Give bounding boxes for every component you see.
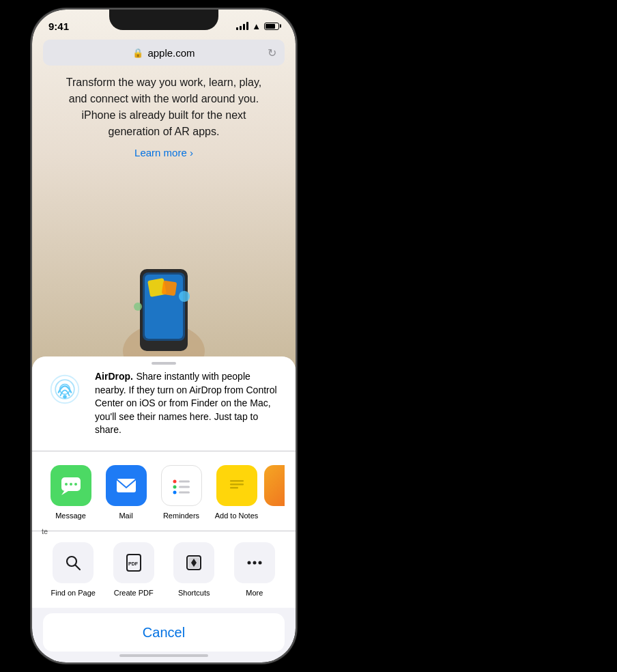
svg-rect-27 xyxy=(230,487,238,489)
actions-row: Find on Page PDF Create PDF xyxy=(32,531,296,608)
airdrop-title: AirDrop. xyxy=(95,371,133,382)
status-time: 9:41 xyxy=(48,20,69,32)
svg-point-14 xyxy=(65,483,68,486)
message-icon xyxy=(51,465,91,506)
airdrop-section: AirDrop. Share instantly with people nea… xyxy=(32,356,296,451)
svg-point-16 xyxy=(74,483,77,486)
web-headline: Transform the way you work, learn, play,… xyxy=(59,74,268,140)
svg-point-36 xyxy=(253,561,256,565)
more-icon xyxy=(234,542,275,583)
airdrop-icon xyxy=(46,370,84,408)
cancel-button[interactable]: Cancel xyxy=(43,613,285,652)
ar-illustration xyxy=(89,228,239,378)
wifi-icon: ▲ xyxy=(252,21,261,31)
action-create-pdf[interactable]: PDF Create PDF xyxy=(104,542,164,597)
svg-rect-5 xyxy=(162,281,177,296)
svg-point-19 xyxy=(173,486,176,489)
more-label: More xyxy=(246,589,263,597)
partial-app-icon xyxy=(264,465,285,506)
reminders-icon xyxy=(161,465,202,506)
action-shortcuts[interactable]: Shortcuts xyxy=(164,542,225,597)
phone-frame: 9:41 ▲ 🔒 apple.com xyxy=(31,8,297,664)
notes-label: Add to Notes xyxy=(215,512,259,520)
notch xyxy=(109,10,218,30)
shortcuts-icon xyxy=(173,542,214,583)
svg-rect-17 xyxy=(117,479,136,492)
app-message[interactable]: Message xyxy=(43,465,98,520)
mail-icon xyxy=(106,465,147,506)
phone-wrapper: 9:41 ▲ 🔒 apple.com xyxy=(0,0,328,672)
battery-icon xyxy=(264,23,279,30)
svg-point-20 xyxy=(173,491,176,494)
svg-rect-26 xyxy=(230,484,244,486)
svg-text:PDF: PDF xyxy=(128,561,139,566)
home-indicator xyxy=(119,654,208,657)
svg-point-15 xyxy=(70,483,72,486)
app-notes[interactable]: Add to Notes xyxy=(209,465,264,520)
svg-marker-13 xyxy=(61,491,68,495)
svg-point-6 xyxy=(179,291,190,302)
message-label: Message xyxy=(55,512,86,520)
svg-rect-21 xyxy=(179,481,190,483)
learn-more-link[interactable]: Learn more › xyxy=(59,147,268,158)
find-on-page-label: Find on Page xyxy=(51,589,96,597)
action-find-on-page[interactable]: Find on Page xyxy=(43,542,104,597)
svg-point-35 xyxy=(247,561,250,565)
svg-rect-22 xyxy=(179,486,190,488)
create-pdf-label: Create PDF xyxy=(114,589,154,597)
svg-point-37 xyxy=(258,561,261,565)
url-text: apple.com xyxy=(147,47,195,59)
svg-rect-25 xyxy=(230,480,244,482)
apps-row: Message Mail xyxy=(32,451,296,531)
signal-icon xyxy=(236,22,248,30)
lock-icon: 🔒 xyxy=(132,48,143,58)
find-on-page-icon xyxy=(53,542,94,583)
create-pdf-icon: PDF xyxy=(113,542,154,583)
partial-label: te xyxy=(42,527,48,535)
status-icons: ▲ xyxy=(236,21,279,31)
mail-label: Mail xyxy=(119,512,132,520)
reload-icon[interactable]: ↻ xyxy=(268,46,276,59)
web-text-area: Transform the way you work, learn, play,… xyxy=(32,74,296,158)
share-sheet: AirDrop. Share instantly with people nea… xyxy=(32,356,296,662)
svg-point-11 xyxy=(63,395,67,399)
app-mail[interactable]: Mail xyxy=(98,465,154,520)
svg-point-7 xyxy=(134,303,142,311)
svg-rect-23 xyxy=(179,492,190,494)
url-bar[interactable]: 🔒 apple.com ↻ xyxy=(43,40,285,66)
sheet-indicator xyxy=(152,362,176,365)
svg-rect-24 xyxy=(227,476,246,495)
phone-screen: 9:41 ▲ 🔒 apple.com xyxy=(32,10,296,662)
svg-line-29 xyxy=(76,565,81,570)
cancel-label: Cancel xyxy=(143,625,185,641)
notes-icon xyxy=(216,465,257,506)
reminders-label: Reminders xyxy=(163,512,199,520)
app-partial xyxy=(264,465,285,520)
airdrop-text: AirDrop. Share instantly with people nea… xyxy=(95,370,282,437)
app-reminders[interactable]: Reminders xyxy=(154,465,209,520)
shortcuts-label: Shortcuts xyxy=(178,589,210,597)
action-more[interactable]: More xyxy=(225,542,285,597)
svg-point-18 xyxy=(173,480,176,484)
